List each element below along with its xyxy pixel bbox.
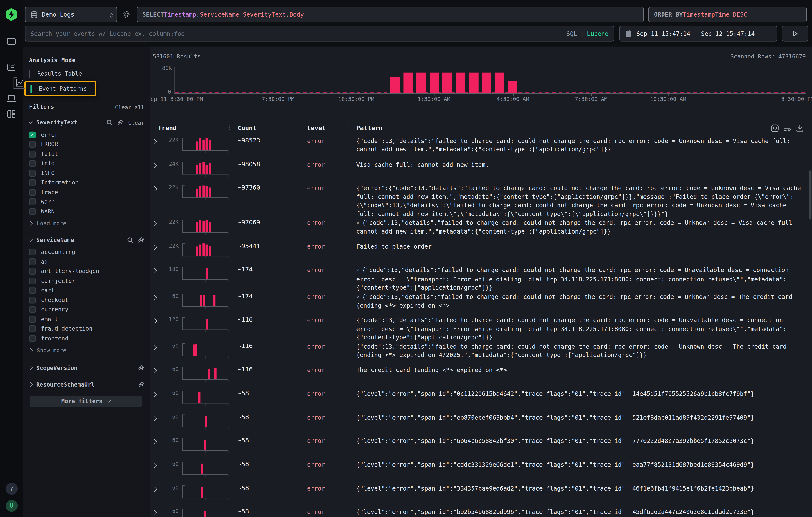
column-menu-icon[interactable]: ⋮: [296, 124, 304, 131]
user-avatar[interactable]: U: [5, 500, 18, 512]
chevron-right-icon[interactable]: [28, 382, 33, 386]
column-menu-icon[interactable]: ⋮: [345, 124, 353, 131]
search-icon[interactable]: [127, 236, 134, 243]
row-expand-chevron[interactable]: [153, 292, 162, 307]
source-selector[interactable]: Demo Logs: [25, 7, 117, 22]
filter-option[interactable]: frontend: [29, 334, 144, 343]
sessions-icon[interactable]: [6, 93, 17, 104]
scrollbar-thumb[interactable]: [809, 171, 812, 220]
pin-icon[interactable]: [138, 381, 144, 387]
col-level[interactable]: level: [307, 124, 326, 132]
row-expand-chevron[interactable]: [153, 460, 162, 475]
lucene-mode-toggle[interactable]: Lucene: [587, 30, 608, 37]
search-icon[interactable]: [107, 119, 113, 126]
pattern-cell[interactable]: {"level":"error","span_id":"334357bae9ed…: [353, 484, 812, 493]
filter-option[interactable]: ERROR: [29, 140, 144, 149]
sidebar-toggle-icon[interactable]: [6, 36, 17, 47]
pattern-cell[interactable]: {"level":"error","span_id":"cddc331329e6…: [353, 460, 812, 469]
filter-option[interactable]: WARN: [29, 207, 144, 216]
load-more-severity[interactable]: Load more: [29, 219, 144, 228]
filter-group-name[interactable]: ResourceSchemaUrl: [36, 381, 134, 387]
help-button[interactable]: ?: [5, 483, 18, 495]
filter-checkbox[interactable]: [29, 306, 36, 313]
filter-checkbox[interactable]: [29, 335, 36, 342]
row-expand-chevron[interactable]: [153, 365, 162, 380]
filter-option[interactable]: cainjector: [29, 276, 144, 286]
filter-checkbox[interactable]: [29, 160, 36, 167]
pattern-cell[interactable]: The credit card (ending <*> expired on <…: [353, 365, 812, 374]
row-expand-chevron[interactable]: [153, 507, 162, 517]
download-icon[interactable]: [796, 124, 804, 132]
filter-checkbox[interactable]: [29, 249, 36, 255]
search-logs-icon[interactable]: [6, 62, 17, 73]
row-expand-chevron[interactable]: [153, 218, 162, 233]
filter-checkbox[interactable]: [29, 258, 36, 265]
mode-results-table[interactable]: Results Table: [29, 68, 144, 79]
filter-group-name[interactable]: ScopeVersion: [36, 365, 134, 371]
pin-icon[interactable]: [138, 365, 144, 371]
filter-option[interactable]: INFO: [29, 168, 144, 178]
source-settings-gear-icon[interactable]: [122, 10, 130, 19]
pin-icon[interactable]: [117, 119, 124, 126]
filter-checkbox[interactable]: [29, 208, 36, 215]
row-expand-chevron[interactable]: [153, 160, 162, 174]
filter-option[interactable]: email: [29, 315, 144, 324]
dashboards-icon[interactable]: [6, 108, 17, 120]
order-by-input[interactable]: ORDER BY TimestampTime DESC: [648, 7, 807, 22]
filter-checkbox[interactable]: [29, 151, 36, 157]
col-pattern[interactable]: Pattern: [356, 124, 383, 132]
run-query-button[interactable]: [782, 26, 808, 41]
mode-event-patterns[interactable]: Event Patterns: [30, 83, 92, 94]
sql-mode-toggle[interactable]: SQL: [567, 30, 577, 37]
filter-checkbox[interactable]: [29, 170, 36, 176]
filter-checkbox[interactable]: [29, 179, 36, 186]
filter-option[interactable]: ad: [29, 257, 144, 266]
chart-explorer-icon[interactable]: [13, 77, 25, 89]
filter-option[interactable]: warn: [29, 197, 144, 207]
pattern-cell[interactable]: {"level":"error","span_id":"eb870ecef063…: [353, 412, 812, 422]
filter-checkbox[interactable]: [29, 278, 36, 284]
row-expand-chevron[interactable]: [153, 265, 162, 280]
filter-option[interactable]: checkout: [29, 295, 144, 305]
filter-checkbox[interactable]: [29, 141, 36, 148]
row-expand-chevron[interactable]: [153, 436, 162, 451]
row-expand-chevron[interactable]: [153, 242, 162, 256]
filter-checkbox[interactable]: ✓: [29, 132, 36, 138]
filter-checkbox[interactable]: [29, 189, 36, 196]
filter-option[interactable]: fatal: [29, 149, 144, 159]
pattern-cell[interactable]: ×{"code":13,"details":"failed to charge …: [353, 218, 812, 236]
filter-option[interactable]: artillery-loadgen: [29, 266, 144, 276]
select-query-input[interactable]: SELECT Timestamp, ServiceName, SeverityT…: [137, 7, 644, 22]
filter-checkbox[interactable]: [29, 297, 36, 304]
clear-severity-link[interactable]: Clear: [128, 119, 145, 126]
time-range-picker[interactable]: Sep 11 15:47:14 - Sep 12 15:47:14: [619, 26, 777, 41]
clear-all-link[interactable]: Clear all: [115, 104, 145, 110]
filter-option[interactable]: accounting: [29, 248, 144, 257]
pattern-cell[interactable]: ×{"code":13,"details":"failed to charge …: [353, 292, 812, 310]
filter-option[interactable]: trace: [29, 188, 144, 197]
search-input[interactable]: [30, 30, 567, 37]
code-block-icon[interactable]: [771, 124, 779, 132]
row-expand-chevron[interactable]: [153, 412, 162, 427]
chevron-down-icon[interactable]: [28, 237, 33, 241]
filter-checkbox[interactable]: [29, 268, 36, 275]
more-filters-button[interactable]: More filters: [30, 396, 142, 406]
col-count[interactable]: Count: [238, 124, 256, 132]
pattern-cell[interactable]: Visa cache full: cannot add new item.: [353, 160, 812, 169]
pattern-cell[interactable]: {"code":13,"details":"failed to charge c…: [353, 342, 812, 359]
pattern-cell[interactable]: {"level":"error","span_id":"b92b54b6882b…: [353, 507, 812, 516]
row-expand-chevron[interactable]: [153, 389, 162, 403]
show-more-services[interactable]: Show more: [29, 346, 144, 354]
wrap-text-icon[interactable]: [783, 124, 791, 132]
pattern-cell[interactable]: {"code":13,"details":"failed to charge c…: [353, 136, 812, 154]
pattern-cell[interactable]: {"level":"error","span_id":"6b64c6c58842…: [353, 436, 812, 445]
row-expand-chevron[interactable]: [153, 484, 162, 498]
row-expand-chevron[interactable]: [153, 184, 162, 198]
pattern-cell[interactable]: Failed to place order: [353, 242, 812, 251]
pattern-cell[interactable]: ×{"code":13,"details":"failed to charge …: [353, 265, 812, 292]
chevron-right-icon[interactable]: [28, 366, 33, 370]
filter-checkbox[interactable]: [29, 325, 36, 332]
column-menu-icon[interactable]: ⋮: [227, 124, 235, 131]
filter-option[interactable]: info: [29, 159, 144, 168]
row-expand-chevron[interactable]: [153, 136, 162, 151]
